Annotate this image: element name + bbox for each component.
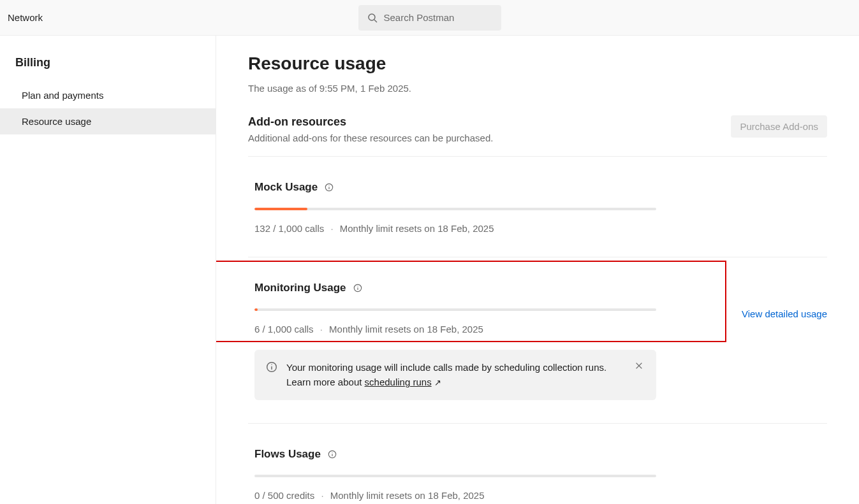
addon-heading: Add-on resources (248, 115, 493, 129)
progress-bar-mock (254, 208, 656, 210)
info-icon[interactable] (353, 283, 363, 293)
svg-point-7 (357, 286, 358, 287)
main-content: Resource usage The usage as of 9:55 PM, … (216, 36, 859, 504)
usage-title-flows: Flows Usage (254, 448, 321, 461)
search-input[interactable] (384, 12, 492, 23)
monitoring-info-banner: Your monitoring usage will include calls… (254, 350, 656, 400)
usage-asof: The usage as of 9:55 PM, 1 Feb 2025. (248, 83, 827, 94)
progress-bar-monitoring (254, 308, 656, 311)
usage-under-monitoring: 6 / 1,000 calls · Monthly limit resets o… (254, 324, 656, 335)
usage-card-mock: Mock Usage 132 / 1,000 calls · (248, 157, 827, 257)
sidebar-item-resource-usage[interactable]: Resource usage (0, 108, 216, 134)
network-link[interactable]: Network (8, 12, 43, 23)
addon-header: Add-on resources Additional add-ons for … (248, 115, 827, 157)
usage-title-mock: Mock Usage (254, 181, 318, 194)
usage-under-flows: 0 / 500 credits · Monthly limit resets o… (254, 490, 656, 501)
external-link-icon: ↗ (434, 377, 441, 389)
progress-fill-monitoring (254, 308, 258, 311)
svg-point-0 (369, 14, 375, 20)
usage-card-monitoring: Monitoring Usage 6 / 1,000 calls · (248, 257, 827, 424)
svg-point-10 (271, 364, 272, 365)
svg-point-15 (332, 452, 332, 452)
progress-bar-flows (254, 475, 656, 477)
search-icon (367, 13, 378, 23)
view-detailed-usage-link[interactable]: View detailed usage (742, 308, 827, 319)
sidebar-item-plan-payments[interactable]: Plan and payments (0, 82, 216, 108)
info-icon (266, 361, 277, 373)
svg-point-4 (329, 185, 330, 186)
svg-line-1 (374, 20, 377, 22)
usage-card-flows: Flows Usage 0 / 500 credits · (248, 424, 827, 501)
sidebar: Billing Plan and payments Resource usage (0, 36, 216, 504)
close-icon[interactable] (635, 361, 645, 371)
usage-title-monitoring: Monitoring Usage (254, 282, 346, 294)
sidebar-heading: Billing (0, 51, 216, 82)
progress-fill-mock (254, 208, 307, 210)
purchase-addons-button[interactable]: Purchase Add-ons (731, 115, 827, 138)
banner-text: Your monitoring usage will include calls… (286, 360, 626, 390)
scheduling-runs-link[interactable]: scheduling runs (365, 377, 432, 387)
top-header: Network (0, 0, 859, 36)
page-title: Resource usage (248, 54, 827, 74)
search-box[interactable] (358, 5, 501, 31)
info-icon[interactable] (327, 449, 337, 459)
info-icon[interactable] (324, 182, 334, 192)
usage-under-mock: 132 / 1,000 calls · Monthly limit resets… (254, 223, 656, 234)
addon-subheading: Additional add-ons for these resources c… (248, 133, 493, 143)
